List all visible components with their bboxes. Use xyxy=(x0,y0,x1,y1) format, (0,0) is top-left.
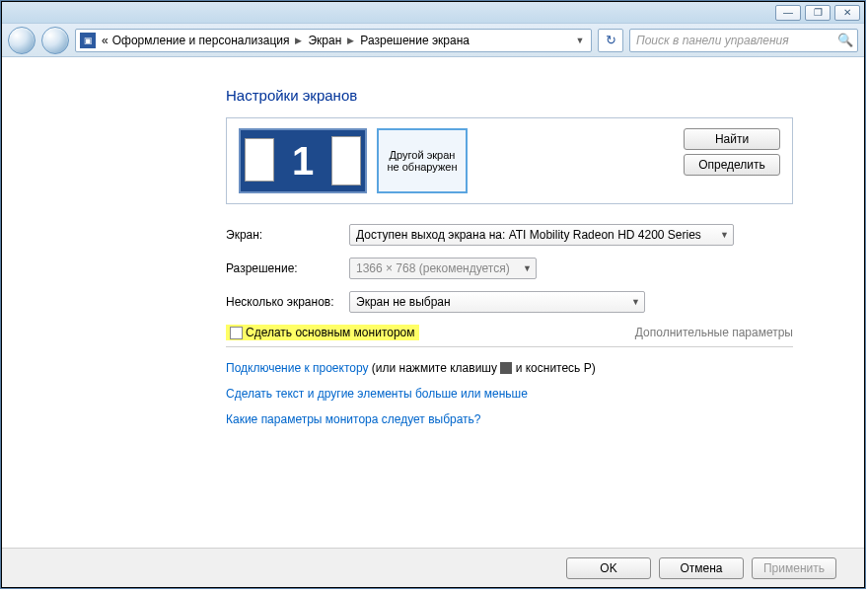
multi-screen-value: Экран не выбран xyxy=(356,295,451,309)
preview-window-icon xyxy=(245,138,274,182)
refresh-button[interactable]: ↻ xyxy=(598,29,623,52)
forward-button[interactable] xyxy=(41,27,69,54)
chevron-down-icon: ▼ xyxy=(720,230,729,240)
chevron-right-icon: ▶ xyxy=(343,36,358,45)
checkbox-icon xyxy=(230,327,243,339)
minimize-button[interactable]: — xyxy=(775,5,801,21)
monitor-1-preview[interactable]: 1 xyxy=(239,128,367,193)
breadcrumb-seg-appearance[interactable]: Оформление и персонализация xyxy=(110,34,292,47)
page-title: Настройки экранов xyxy=(226,87,793,104)
projector-hint-post: и коснитесь P) xyxy=(512,361,595,375)
search-placeholder: Поиск в панели управления xyxy=(630,34,857,47)
additional-params-link[interactable]: Дополнительные параметры xyxy=(635,326,793,339)
resolution-dropdown-value: 1366 × 768 (рекомендуется) xyxy=(356,261,510,275)
footer-bar: OK Отмена Применить xyxy=(2,548,864,587)
find-button[interactable]: Найти xyxy=(684,128,780,150)
identify-button[interactable]: Определить xyxy=(684,154,780,176)
which-params-link[interactable]: Какие параметры монитора следует выбрать… xyxy=(226,412,481,426)
close-button[interactable]: ✕ xyxy=(834,5,860,21)
chevron-down-icon: ▼ xyxy=(631,297,640,307)
chevron-down-icon: ▼ xyxy=(523,263,532,273)
breadcrumb-seg-resolution[interactable]: Разрешение экрана xyxy=(358,34,471,47)
address-bar-row: ▣ « Оформление и персонализация ▶ Экран … xyxy=(2,24,864,57)
preview-window-icon xyxy=(331,136,361,185)
screen-dropdown-value: Доступен выход экрана на: ATI Mobility R… xyxy=(356,228,701,242)
cancel-button[interactable]: Отмена xyxy=(659,557,744,579)
breadcrumb-dropdown[interactable]: ▼ xyxy=(571,36,589,45)
chevron-right-icon: ▶ xyxy=(291,36,306,45)
multi-screen-dropdown[interactable]: Экран не выбран ▼ xyxy=(349,291,645,313)
titlebar: — ❐ ✕ xyxy=(2,2,864,24)
maximize-button[interactable]: ❐ xyxy=(805,5,831,21)
search-input[interactable]: Поиск в панели управления 🔍 xyxy=(629,29,858,52)
breadcrumb-seg-screen[interactable]: Экран xyxy=(306,34,343,47)
projector-hint-pre: (или нажмите клавишу xyxy=(369,361,501,375)
resolution-dropdown[interactable]: 1366 × 768 (рекомендуется) ▼ xyxy=(349,258,537,279)
text-size-link[interactable]: Сделать текст и другие элементы больше и… xyxy=(226,387,528,401)
apply-button[interactable]: Применить xyxy=(752,557,836,579)
screen-dropdown[interactable]: Доступен выход экрана на: ATI Mobility R… xyxy=(349,224,734,246)
no-other-screen[interactable]: Другой экран не обнаружен xyxy=(377,128,468,193)
multi-label: Несколько экранов: xyxy=(226,295,349,309)
breadcrumb[interactable]: ▣ « Оформление и персонализация ▶ Экран … xyxy=(75,29,592,52)
make-primary-checkbox[interactable]: Сделать основным монитором xyxy=(226,325,419,340)
back-button[interactable] xyxy=(8,27,36,54)
projector-link[interactable]: Подключение к проектору xyxy=(226,361,369,375)
content-area: Настройки экранов 1 Другой экран не обна… xyxy=(2,57,864,548)
search-icon: 🔍 xyxy=(837,33,853,47)
breadcrumb-prefix: « xyxy=(100,34,110,47)
windows-key-icon xyxy=(500,362,512,374)
resolution-label: Разрешение: xyxy=(226,261,349,275)
monitor-number: 1 xyxy=(292,139,314,184)
screen-label: Экран: xyxy=(226,228,349,242)
make-primary-label: Сделать основным монитором xyxy=(246,326,415,339)
monitor-preview-box: 1 Другой экран не обнаружен Найти Опреде… xyxy=(226,117,793,204)
ok-button[interactable]: OK xyxy=(566,557,651,579)
control-panel-icon: ▣ xyxy=(80,33,96,48)
